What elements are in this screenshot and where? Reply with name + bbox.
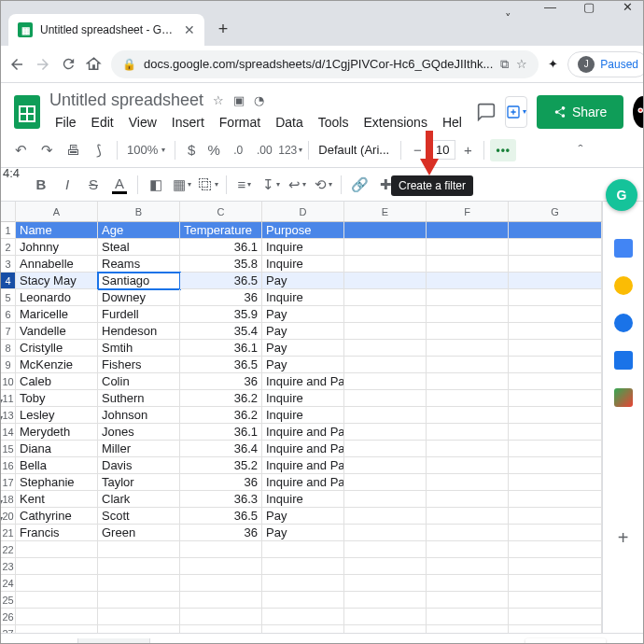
tab-close-icon[interactable]: ✕ — [184, 22, 195, 37]
cell[interactable]: Johnny — [16, 239, 98, 256]
text-color-button[interactable]: A — [107, 173, 132, 197]
format-percent-button[interactable]: % — [203, 138, 224, 162]
cell[interactable] — [98, 592, 180, 609]
row-header[interactable]: 25 — [1, 592, 15, 609]
bold-button[interactable]: B — [29, 173, 53, 197]
cell[interactable] — [509, 441, 602, 457]
browser-tab[interactable]: ▦ Untitled spreadsheet - Google Sheets ✕ — [8, 14, 204, 46]
omnibox[interactable]: 🔒 docs.google.com/spreadsheets/d/1CgjPIV… — [111, 50, 539, 78]
cell[interactable] — [344, 457, 427, 474]
window-maximize-icon[interactable]: ▢ — [583, 0, 596, 13]
cell[interactable] — [427, 592, 509, 609]
home-button[interactable] — [86, 55, 102, 74]
cell[interactable]: Reams — [98, 256, 180, 273]
cell[interactable] — [509, 407, 602, 424]
cell[interactable] — [427, 289, 509, 306]
column-header[interactable]: B — [98, 202, 180, 221]
cell[interactable] — [509, 289, 602, 306]
cell[interactable] — [509, 457, 602, 474]
cell[interactable]: 36.5 — [180, 357, 262, 373]
cell[interactable] — [509, 525, 602, 541]
cell[interactable] — [344, 592, 427, 609]
cell[interactable] — [427, 558, 509, 575]
cell[interactable] — [509, 239, 602, 256]
strikethrough-button[interactable]: S — [81, 173, 105, 197]
install-app-icon[interactable]: ⧉ — [500, 57, 509, 72]
cell[interactable]: Toby — [16, 390, 98, 407]
cell[interactable] — [180, 575, 262, 592]
cell[interactable] — [427, 256, 509, 273]
cell[interactable]: Pay — [262, 340, 344, 357]
cell[interactable]: Pay — [262, 323, 344, 340]
cell[interactable] — [344, 256, 427, 273]
cell[interactable] — [262, 558, 344, 575]
row-header[interactable]: 6 — [1, 306, 15, 323]
row-header[interactable]: 26 — [1, 609, 15, 625]
cell[interactable] — [427, 441, 509, 457]
cell[interactable] — [509, 424, 602, 441]
menu-format[interactable]: Format — [214, 112, 266, 133]
cell[interactable] — [344, 239, 427, 256]
row-header[interactable]: 7 — [1, 323, 15, 340]
row-header[interactable]: 2 — [1, 239, 15, 256]
cell[interactable]: Merydeth — [16, 424, 98, 441]
font-size-decrease-button[interactable]: − — [407, 138, 427, 162]
cell[interactable] — [98, 609, 180, 625]
cell[interactable]: Taylor — [98, 474, 180, 491]
sheets-logo-icon[interactable] — [14, 95, 40, 129]
tasks-icon[interactable] — [614, 314, 633, 332]
cell[interactable]: Furdell — [98, 306, 180, 323]
cell[interactable] — [509, 575, 602, 592]
cell[interactable] — [344, 609, 427, 625]
cell[interactable] — [509, 273, 602, 289]
font-size-increase-button[interactable]: + — [457, 138, 478, 162]
cell[interactable]: Fishers — [98, 357, 180, 373]
cell[interactable]: Suthern — [98, 390, 180, 407]
cell[interactable] — [509, 357, 602, 373]
cell[interactable]: 36.3 — [180, 491, 262, 508]
vertical-align-button[interactable]: ↧ — [259, 173, 283, 197]
cell[interactable] — [262, 541, 344, 558]
row-header[interactable]: 1 — [1, 222, 15, 239]
cell[interactable] — [427, 474, 509, 491]
cell[interactable]: Inquire and Pay — [262, 457, 344, 474]
undo-button[interactable]: ↶ — [8, 138, 33, 162]
cell[interactable]: 36 — [180, 289, 262, 306]
window-close-icon[interactable]: ✕ — [623, 0, 636, 13]
account-avatar[interactable] — [633, 96, 644, 128]
cell[interactable] — [98, 541, 180, 558]
print-button[interactable]: 🖶 — [61, 138, 85, 162]
cell[interactable]: Inquire and Pay — [262, 424, 344, 441]
cell[interactable]: 36.1 — [180, 424, 262, 441]
cell[interactable] — [427, 625, 509, 633]
cell[interactable]: Inquire and Pay — [262, 474, 344, 491]
cell[interactable]: Pay — [262, 357, 344, 373]
row-header[interactable]: 27 — [1, 625, 15, 633]
cells[interactable]: ABCDEFG NameAgeTemperaturePurposeJohnnyS… — [16, 202, 602, 633]
cell[interactable]: 35.2 — [180, 457, 262, 474]
cell[interactable]: Inquire — [262, 390, 344, 407]
row-header[interactable]: 14 — [1, 424, 15, 441]
cell[interactable]: 36 — [180, 373, 262, 390]
new-tab-button[interactable]: + — [210, 16, 236, 42]
cell[interactable]: 36.5 — [180, 508, 262, 525]
cell[interactable] — [344, 373, 427, 390]
redo-button[interactable]: ↷ — [35, 138, 59, 162]
cell[interactable] — [344, 407, 427, 424]
cell[interactable]: 36.1 — [180, 340, 262, 357]
menu-tools[interactable]: Tools — [313, 112, 355, 133]
menu-insert[interactable]: Insert — [166, 112, 210, 133]
cell[interactable] — [427, 306, 509, 323]
decrease-decimal-button[interactable]: .0 — [226, 138, 250, 162]
cell[interactable]: Stacy May — [16, 273, 98, 289]
cell[interactable] — [427, 525, 509, 541]
cell[interactable] — [98, 558, 180, 575]
cell[interactable] — [509, 558, 602, 575]
cell[interactable] — [509, 222, 602, 239]
cell[interactable] — [344, 508, 427, 525]
quicksum-display[interactable]: Sum: 36.5▾ — [430, 639, 516, 644]
window-minimize-icon[interactable]: ˅ — [505, 0, 518, 13]
borders-button[interactable]: ▦ — [170, 173, 194, 197]
add-sheet-button[interactable]: + — [10, 639, 35, 645]
cell[interactable] — [427, 407, 509, 424]
